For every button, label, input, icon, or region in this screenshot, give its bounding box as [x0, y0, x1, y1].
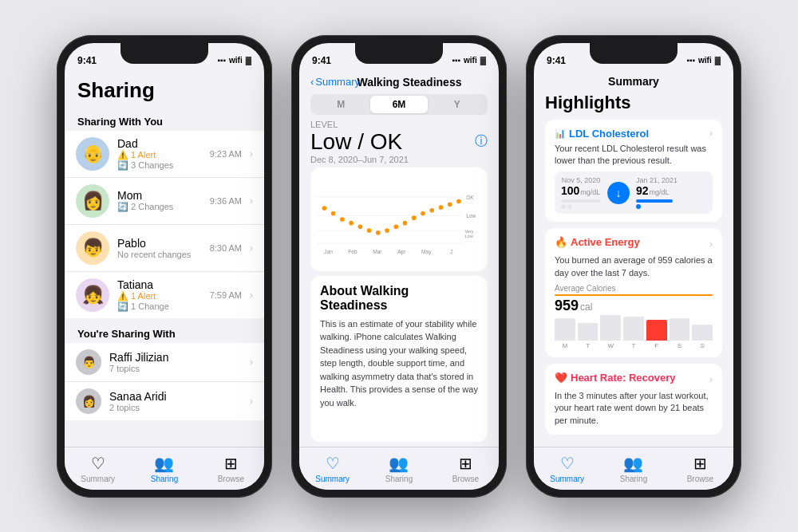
about-section: About Walking Steadiness This is an esti… [310, 276, 488, 442]
tab-sharing-1[interactable]: 👥 Sharing [131, 454, 197, 483]
avg-calories-label: Average Calories [555, 284, 713, 293]
screen-content-3: Summary Highlights 📊 LDL Cholesterol › Y… [534, 72, 733, 447]
wifi-icon-3: wifi [698, 56, 712, 65]
level-value: Low / OK [310, 129, 402, 155]
list-item-dad[interactable]: 👴 Dad ⚠️ 1 Alert 🔄 3 Changes 9:23 AM › [65, 131, 264, 178]
svg-point-10 [376, 231, 381, 235]
avatar-pablo: 👦 [76, 231, 109, 265]
dad-alert: ⚠️ 1 Alert [117, 150, 202, 160]
nav-title-walking: Walking Steadiness [331, 75, 488, 89]
summary-nav-title: Summary [534, 72, 733, 89]
svg-point-14 [412, 215, 417, 220]
status-icons-2: ▪▪▪ wifi ▓ [452, 56, 486, 65]
ldl-unit-2: mg/dL [650, 188, 670, 196]
bar-rect-t1 [578, 323, 598, 341]
sharing-item-sanaa[interactable]: 👩 Sanaa Aridi 2 topics › [65, 382, 264, 420]
tab-sharing-3[interactable]: 👥 Sharing [600, 454, 666, 483]
svg-point-7 [349, 220, 354, 225]
level-value-container: Low / OK ⓘ [299, 129, 499, 155]
phone-3: 9:41 ▪▪▪ wifi ▓ Summary Highlights 📊 LDL [526, 35, 741, 498]
fire-icon: 🔥 [555, 236, 567, 248]
segment-m[interactable]: M [312, 96, 370, 113]
browse-tab-label: Browse [218, 475, 244, 483]
chart-svg: OK Low Very Low Jan Feb Mar Apr May J [317, 174, 481, 265]
level-label: LEVEL [299, 118, 499, 129]
tab-browse-1[interactable]: ⊞ Browse [198, 454, 264, 483]
ldl-comparison: Nov 5, 2020 100 mg/dL ↓ [555, 171, 713, 214]
tab-sharing-2[interactable]: 👥 Sharing [365, 454, 432, 483]
list-item-mom[interactable]: 👩 Mom 🔄 2 Changes 9:36 AM › [65, 178, 264, 225]
notch-1 [120, 43, 208, 64]
page-title-sharing: Sharing [77, 78, 251, 106]
ldl-card-title: 📊 LDL Cholesterol [555, 128, 649, 140]
summary-tab-label-2: Summary [315, 475, 350, 483]
svg-text:Low: Low [464, 234, 473, 238]
mom-chevron-icon: › [250, 195, 253, 207]
list-item-tatiana[interactable]: 👧 Tatiana ⚠️ 1 Alert 🔄 1 Change 7:59 AM … [65, 272, 264, 318]
status-time-2: 9:41 [312, 55, 331, 66]
sharing-item-raffi[interactable]: 👨 Raffi Jilizian 7 topics › [65, 343, 264, 382]
ldl-card-text: Your recent LDL Cholesterol result was l… [555, 143, 713, 167]
tab-browse-2[interactable]: ⊞ Browse [433, 454, 499, 483]
phones-container: 9:41 ▪▪▪ wifi ▓ Sharing Sharing With You [41, 19, 757, 514]
segment-6m[interactable]: 6M [370, 96, 429, 113]
ldl-date-1: Nov 5, 2020 [561, 176, 601, 184]
raffi-topics: 7 topics [109, 364, 242, 373]
tab-summary-3[interactable]: ♡ Summary [534, 454, 600, 483]
bar-day-t1: T [586, 342, 590, 349]
energy-card-header: 🔥 Active Energy › [555, 236, 713, 251]
phone-1: 9:41 ▪▪▪ wifi ▓ Sharing Sharing With You [57, 35, 272, 498]
summary-tab-icon-2: ♡ [326, 454, 340, 473]
ldl-date-2: Jan 21, 2021 [636, 176, 678, 184]
screen-content-2: ‹ Summary Walking Steadiness M 6M Y LEVE… [299, 72, 499, 447]
calories-value: 959 [555, 298, 579, 314]
tatiana-alert: ⚠️ 1 Alert [117, 291, 202, 301]
tatiana-info: Tatiana ⚠️ 1 Alert 🔄 1 Change [117, 278, 202, 312]
dad-info: Dad ⚠️ 1 Alert 🔄 3 Changes [117, 137, 202, 171]
sharing-header: Sharing [65, 72, 264, 109]
list-item-pablo[interactable]: 👦 Pablo No recent changes 8:30 AM › [65, 225, 264, 272]
date-range: Dec 8, 2020–Jun 7, 2021 [299, 155, 499, 167]
tatiana-time: 7:59 AM [210, 290, 242, 300]
phone-1-screen: 9:41 ▪▪▪ wifi ▓ Sharing Sharing With You [65, 43, 264, 490]
info-icon[interactable]: ⓘ [475, 133, 488, 150]
pablo-time: 8:30 AM [210, 243, 242, 253]
bar-chart: M T W T [555, 317, 713, 349]
battery-icon: ▓ [246, 56, 251, 65]
status-icons-1: ▪▪▪ wifi ▓ [217, 56, 251, 65]
svg-text:Jan: Jan [324, 249, 333, 254]
signal-icon-3: ▪▪▪ [686, 56, 695, 65]
avatar-raffi: 👨 [76, 349, 101, 375]
browse-tab-icon-3: ⊞ [693, 454, 707, 473]
bar-rect-t2 [623, 317, 644, 341]
pablo-name: Pablo [117, 237, 202, 250]
phone-3-screen: 9:41 ▪▪▪ wifi ▓ Summary Highlights 📊 LDL [534, 43, 733, 490]
tab-summary-1[interactable]: ♡ Summary [65, 454, 131, 483]
avatar-sanaa: 👩 [76, 388, 101, 414]
heart-text: In the 3 minutes after your last workout… [555, 390, 713, 427]
bar-rect-s1 [670, 318, 690, 341]
bar-f: F [646, 320, 667, 349]
energy-card[interactable]: 🔥 Active Energy › You burned an average … [545, 228, 722, 357]
svg-text:May: May [421, 249, 432, 255]
segment-y[interactable]: Y [428, 96, 486, 113]
signal-icon: ▪▪▪ [217, 56, 226, 65]
tab-browse-3[interactable]: ⊞ Browse [667, 454, 733, 483]
sanaa-info: Sanaa Aridi 2 topics [109, 390, 242, 412]
ldl-card[interactable]: 📊 LDL Cholesterol › Your recent LDL Chol… [545, 120, 722, 223]
heart-card[interactable]: ❤️ Heart Rate: Recovery › In the 3 minut… [545, 364, 722, 435]
sharing-tab-label-3: Sharing [620, 475, 647, 483]
svg-text:OK: OK [466, 194, 474, 199]
tab-summary-2[interactable]: ♡ Summary [299, 454, 365, 483]
sharing-with-you-title: Sharing With You [65, 109, 264, 131]
battery-icon-3: ▓ [715, 56, 721, 65]
highlights-title: Highlights [534, 89, 733, 116]
time-segment-control[interactable]: M 6M Y [310, 94, 488, 115]
tab-bar-1: ♡ Summary 👥 Sharing ⊞ Browse [65, 447, 264, 490]
summary-tab-label: Summary [81, 475, 115, 483]
pablo-info: Pablo No recent changes [117, 237, 202, 259]
youre-sharing-with-title: You're Sharing With [65, 321, 264, 343]
raffi-name: Raffi Jilizian [109, 351, 242, 364]
sharing-tab-label-2: Sharing [385, 475, 413, 483]
bar-t2: T [623, 317, 644, 349]
